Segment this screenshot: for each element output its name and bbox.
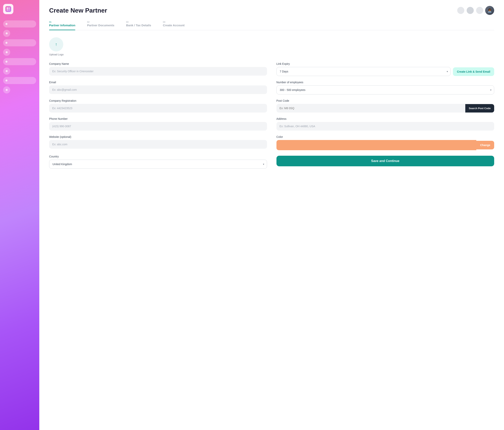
address-input[interactable] [277,122,494,131]
save-group: Save and Continue [277,155,494,169]
email-input[interactable] [49,85,267,94]
sidebar-logo[interactable] [3,4,13,14]
company-registration-label: Company Registration [49,99,267,102]
website-group: Website (optional) [49,135,267,150]
post-code-group: Post Code Search Post Code [277,99,494,113]
svg-rect-0 [7,8,8,9]
logo-icon [5,6,11,12]
post-code-input[interactable] [277,104,465,113]
avatar-2[interactable] [466,7,474,14]
sidebar-item-1[interactable] [3,20,36,27]
email-group: Email [49,81,267,95]
tabs-nav: 01 Partner Infomation 02 Partner Documen… [49,21,494,30]
link-expiry-label: Link Expiry [277,62,494,65]
tab-partner-documents[interactable]: 02 Partner Documents [87,21,114,30]
tab-label-1: Partner Infomation [49,24,75,27]
color-change-button[interactable]: Change [476,141,494,149]
company-name-group: Company Name [49,62,267,76]
sidebar [0,0,39,430]
tab-partner-information[interactable]: 01 Partner Infomation [49,21,75,30]
tab-number-4: 04 [163,21,185,23]
phone-number-input[interactable] [49,122,267,131]
company-registration-input[interactable] [49,104,267,113]
nav-dot-3 [6,42,8,44]
main-content: Create New Partner 🧑🏾‍💼 01 Partner Infom… [39,0,504,430]
tab-label-4: Create Account [163,24,185,27]
post-code-label: Post Code [277,99,494,102]
sidebar-item-dot-2[interactable] [3,49,10,56]
num-employees-select[interactable]: 300 - 500 employees 1 - 50 employees 50 … [277,85,494,95]
create-link-button[interactable]: Create Link & Send Email [453,67,494,76]
svg-rect-3 [9,9,10,11]
link-expiry-group: Link Expiry 7 Days 14 Days 30 Days ▼ Cre… [277,62,494,76]
postcode-row: Search Post Code [277,104,494,113]
link-expiry-row: 7 Days 14 Days 30 Days ▼ Create Link & S… [277,67,494,76]
tab-number-3: 03 [126,21,151,23]
tab-bank-tax[interactable]: 03 Bank / Tax Details [126,21,151,30]
country-group: Country United Kingdom United States Can… [49,155,267,169]
header-avatars: 🧑🏾‍💼 [457,6,494,15]
link-expiry-select[interactable]: 7 Days 14 Days 30 Days [277,67,451,76]
upload-area: ↑ Upload Logo [49,37,494,56]
partner-form: Company Name Link Expiry 7 Days 14 Days … [49,62,494,169]
svg-rect-1 [9,8,10,9]
link-expiry-select-wrapper: 7 Days 14 Days 30 Days ▼ [277,67,451,76]
save-continue-button[interactable]: Save and Continue [277,156,494,166]
nav-dot-8 [6,89,8,91]
sidebar-item-dot-1[interactable] [3,30,10,37]
color-group: Color Change [277,135,494,150]
svg-rect-2 [7,9,8,11]
sidebar-item-3[interactable] [3,58,36,65]
tab-number-2: 02 [87,21,114,23]
color-swatch[interactable] [277,140,476,150]
color-row: Change [277,140,494,150]
nav-dot-5 [6,61,8,63]
upload-label: Upload Logo [49,53,494,56]
email-label: Email [49,81,267,84]
company-name-input[interactable] [49,67,267,76]
country-select[interactable]: United Kingdom United States Canada Aust… [49,160,267,169]
color-label: Color [277,135,494,138]
page-title: Create New Partner [49,7,107,14]
address-group: Address [277,117,494,131]
company-name-label: Company Name [49,62,267,65]
num-employees-label: Number of employees [277,81,494,84]
company-registration-group: Company Registration [49,99,267,113]
country-label: Country [49,155,267,158]
sidebar-item-2[interactable] [3,39,36,46]
website-input[interactable] [49,140,267,149]
tab-label-2: Partner Documents [87,24,114,27]
sidebar-item-dot-3[interactable] [3,68,10,75]
phone-number-group: Phone Number [49,117,267,131]
country-select-wrapper: United Kingdom United States Canada Aust… [49,160,267,169]
upload-logo-button[interactable]: ↑ [49,37,63,52]
tab-label-3: Bank / Tax Details [126,24,151,27]
nav-dot-6 [6,70,8,72]
avatar-3[interactable] [476,7,484,14]
nav-dot-2 [6,32,8,34]
nav-dot-7 [6,79,8,81]
phone-number-label: Phone Number [49,117,267,120]
search-postcode-button[interactable]: Search Post Code [465,104,494,113]
nav-dot-4 [6,51,8,53]
avatar-1[interactable] [457,7,465,14]
address-label: Address [277,117,494,120]
user-avatar[interactable]: 🧑🏾‍💼 [485,6,494,15]
sidebar-item-4[interactable] [3,77,36,84]
nav-dot-1 [6,23,8,25]
num-employees-select-wrapper: 300 - 500 employees 1 - 50 employees 50 … [277,85,494,95]
tab-number-1: 01 [49,21,75,23]
page-header: Create New Partner 🧑🏾‍💼 [49,6,494,15]
website-label: Website (optional) [49,135,267,138]
num-employees-group: Number of employees 300 - 500 employees … [277,81,494,95]
sidebar-item-dot-4[interactable] [3,86,10,93]
tab-create-account[interactable]: 04 Create Account [163,21,185,30]
